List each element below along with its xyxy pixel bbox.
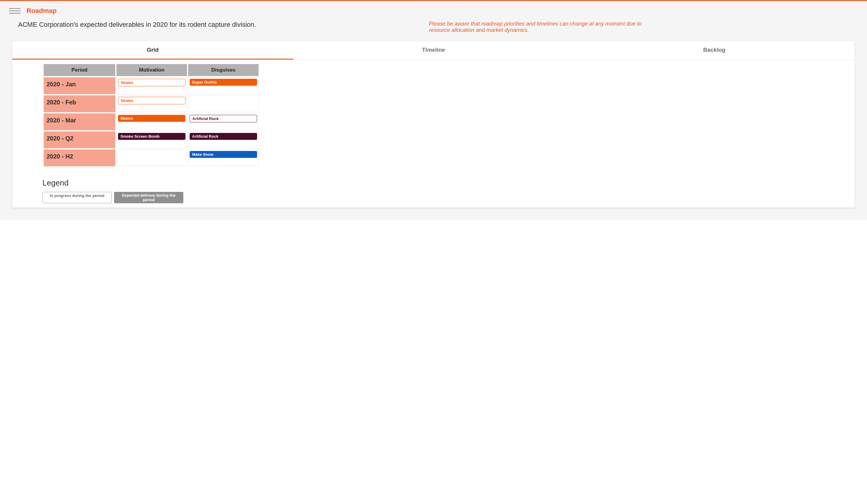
legend-chip: In progress during the period (42, 192, 112, 203)
col-header-motivation: Motivation (117, 64, 187, 76)
tab-timeline[interactable]: Timeline (293, 41, 574, 59)
motivation-cell: Smoke Screen Bomb (117, 131, 187, 148)
roadmap-panel: Grid Timeline Backlog Period Motivation … (12, 41, 855, 208)
grid-row: 2020 - JanSkatesSuper Outfits (44, 77, 259, 94)
item-chip[interactable]: Super Outfits (190, 79, 257, 86)
roadmap-grid-table: Period Motivation Disguises 2020 - JanSk… (42, 63, 260, 167)
hamburger-icon[interactable] (9, 8, 21, 13)
item-chip[interactable]: Artificial Rock (190, 133, 257, 140)
motivation-cell: Skates (117, 113, 187, 130)
disguises-cell: Make Snow (188, 150, 259, 166)
item-chip[interactable]: Smoke Screen Bomb (118, 133, 185, 140)
item-chip[interactable]: Skates (118, 79, 185, 86)
col-header-disguises: Disguises (188, 64, 259, 76)
page-top-region: Roadmap ACME Corporation's expected deli… (0, 1, 867, 220)
grid-container: Period Motivation Disguises 2020 - JanSk… (12, 60, 855, 169)
disguises-cell (188, 95, 259, 112)
motivation-cell (117, 150, 187, 166)
grid-row: 2020 - Q2Smoke Screen BombArtificial Roc… (44, 131, 259, 148)
grid-header-row: Period Motivation Disguises (44, 64, 259, 76)
motivation-cell: Skates (117, 95, 187, 112)
item-chip[interactable]: Make Snow (190, 151, 257, 158)
motivation-cell: Skates (117, 77, 187, 94)
period-cell: 2020 - Feb (44, 95, 115, 112)
legend-chip-row: In progress during the periodExpected de… (42, 192, 852, 203)
period-cell: 2020 - Mar (44, 113, 115, 130)
period-cell: 2020 - Jan (44, 77, 115, 94)
item-chip[interactable]: Artificial Rock (190, 115, 257, 122)
grid-row: 2020 - MarSkatesArtificial Rock (44, 113, 259, 130)
disguises-cell: Artificial Rock (188, 113, 259, 130)
roadmap-description: ACME Corporation's expected deliverables… (18, 21, 417, 29)
legend-section: Legend In progress during the periodExpe… (12, 169, 855, 208)
disguises-cell: Super Outfits (188, 77, 259, 94)
legend-title: Legend (42, 178, 852, 188)
intro-row: ACME Corporation's expected deliverables… (0, 18, 867, 41)
grid-row: 2020 - H2Make Snow (44, 150, 259, 166)
item-chip[interactable]: Skates (118, 115, 185, 122)
period-cell: 2020 - H2 (44, 150, 115, 166)
legend-chip: Expected delivery during the period (114, 192, 183, 203)
disguises-cell: Artificial Rock (188, 131, 259, 148)
roadmap-warning: Please be aware that roadmap priorities … (429, 21, 646, 33)
period-cell: 2020 - Q2 (44, 131, 115, 148)
tab-grid[interactable]: Grid (12, 41, 293, 59)
app-bar: Roadmap (0, 1, 867, 18)
col-header-period: Period (44, 64, 115, 76)
tab-backlog[interactable]: Backlog (574, 41, 855, 59)
item-chip[interactable]: Skates (118, 97, 185, 105)
grid-row: 2020 - FebSkates (44, 95, 259, 112)
app-title[interactable]: Roadmap (26, 7, 56, 15)
tab-bar: Grid Timeline Backlog (12, 41, 855, 60)
